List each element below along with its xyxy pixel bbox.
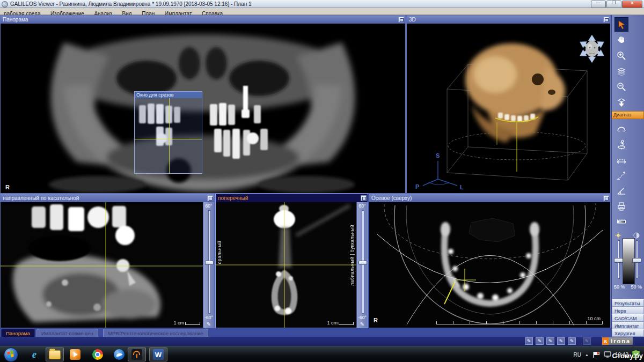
tray-expand-icon[interactable]: ▲	[585, 353, 589, 357]
select-tool-button[interactable]	[614, 17, 628, 32]
section-cadcam[interactable]: CAD/CAM	[612, 314, 644, 322]
panorama-orientation-label: R	[5, 184, 10, 190]
tangential-scale-label: 1 cm	[173, 320, 184, 326]
flag-annotation-button[interactable]: ✎	[536, 337, 544, 345]
panel-transverse-header: поперечный	[216, 194, 368, 202]
transverse-slider-handle[interactable]	[358, 261, 367, 265]
tangential-slider-handle[interactable]	[205, 261, 214, 265]
ruler-path-icon	[616, 170, 627, 181]
tangential-angle-slider[interactable]: 60° -60° ✎	[203, 202, 214, 328]
patient-chair-tool-button[interactable]	[614, 137, 628, 151]
pencil-icon[interactable]: ✎	[357, 321, 368, 327]
axis-left-label: L	[460, 184, 464, 190]
view-tab-bar: Панорама Имплантат-совмещен MPR/Рентгено…	[0, 328, 611, 337]
section-surgery[interactable]: Хирургия	[612, 329, 644, 337]
diagnose-section-header[interactable]: Диагноз	[612, 111, 644, 119]
panorama-image[interactable]: Окно для срезов R	[1, 24, 405, 193]
tab-mpr-radiology[interactable]: MPR/Рентгенологическое исследование	[103, 329, 208, 337]
bottom-strip: ✎ ✎ ✎ ✎ ✎ ✎ s irona	[0, 337, 644, 346]
transverse-left-side-label: оральный	[217, 241, 222, 264]
tab-implant-aligned[interactable]: Имплантат-совмещен	[36, 329, 98, 337]
slice-window-crosshair-h	[135, 139, 202, 139]
panorama-maximize-icon[interactable]	[398, 17, 404, 23]
taskbar-messenger-button[interactable]	[113, 348, 126, 361]
tangential-maximize-icon[interactable]	[207, 195, 213, 201]
contrast-slider[interactable]	[635, 240, 638, 279]
grayscale-calibration-button[interactable]	[614, 215, 628, 229]
media-player-icon	[70, 349, 80, 360]
slice-window-crosshair-v	[169, 98, 170, 173]
minimize-button[interactable]: —	[591, 1, 606, 8]
slice-down-icon	[616, 97, 627, 108]
measure-distance-button[interactable]	[614, 152, 628, 167]
brightness-slider[interactable]	[617, 240, 619, 279]
chrome-icon	[92, 349, 103, 360]
transverse-slice-image[interactable]: оральный лабиальный | буккальный 1 cm	[216, 202, 368, 328]
tab-panorama[interactable]: Панорама	[1, 329, 35, 337]
taskbar-chrome-button[interactable]	[91, 348, 104, 361]
arrow-annotation-button[interactable]: ✎	[568, 337, 576, 345]
zoom-out-button[interactable]	[614, 79, 628, 94]
slice-stack-button[interactable]	[614, 64, 628, 78]
section-implant[interactable]: Имплантат	[612, 322, 644, 329]
axial-orientation-label: R	[374, 317, 378, 323]
measure-path-button[interactable]	[614, 168, 628, 182]
slice-export-button[interactable]	[614, 95, 628, 109]
section-nerve[interactable]: Нерв	[612, 307, 644, 314]
patient-chair-icon	[616, 139, 627, 150]
dental-arch-tool-button[interactable]	[614, 121, 628, 136]
slice-window-overlay[interactable]: Окно для срезов	[134, 91, 202, 174]
transverse-angle-min: -60°	[357, 315, 368, 320]
start-button[interactable]	[4, 348, 18, 362]
network-display-icon[interactable]	[604, 351, 611, 358]
galileos-icon-wrap[interactable]	[130, 348, 143, 361]
ie-icon: e	[32, 349, 36, 360]
panel-axial: Осевое (сверху)	[369, 194, 611, 328]
brightness-slider-handle[interactable]	[614, 258, 623, 263]
contrast-slider-handle[interactable]	[632, 258, 641, 263]
close-button[interactable]: x	[622, 1, 642, 8]
sirona-logo: s irona	[602, 337, 633, 345]
app-icon	[2, 1, 8, 8]
panel-3d: 3D	[406, 15, 611, 194]
transverse-scale-bar	[339, 322, 354, 325]
tangential-angle-max: 60°	[203, 203, 214, 209]
panel-axial-header: Осевое (сверху)	[369, 194, 610, 202]
right-toolbar: Диагноз 50 % 50 % Результаты	[611, 15, 644, 337]
language-indicator[interactable]: RU	[574, 352, 581, 358]
transverse-maximize-icon[interactable]	[361, 195, 367, 201]
word-icon-wrap[interactable]: W	[152, 348, 165, 361]
3d-view[interactable]: S P L	[407, 24, 610, 193]
explorer-icon-wrap[interactable]	[48, 348, 61, 361]
workflow-accordion: Результаты Нерв CAD/CAM Имплантат Хирург…	[612, 299, 644, 337]
report-print-button[interactable]	[614, 199, 628, 213]
window-title: GALILEOS Viewer - Разинкина, Людмила Вла…	[10, 0, 252, 8]
menu-bar: рабочая среда Изображение Анализ Вид Пла…	[0, 8, 644, 15]
section-results[interactable]: Результаты	[612, 299, 644, 307]
axial-scale-label: 10 cm	[587, 316, 601, 321]
label-annotation-button[interactable]: ✎	[557, 337, 565, 345]
dental-arch-icon	[616, 123, 627, 134]
transverse-scale-label: 1 cm	[327, 320, 338, 326]
cursor-icon	[616, 19, 627, 30]
draw-annotation-button[interactable]: ✎	[525, 337, 533, 345]
transverse-angle-slider[interactable]: 60° -60° ✎	[356, 202, 368, 328]
action-center-flag-icon[interactable]	[592, 351, 600, 358]
brightness-value: 50 %	[614, 284, 625, 290]
axial-maximize-icon[interactable]	[603, 195, 609, 201]
maximize-button[interactable]: ❐	[606, 1, 621, 8]
panorama-xray-graphic	[1, 24, 405, 193]
axial-slice-image[interactable]: R 10 cm	[369, 202, 610, 328]
pan-tool-button[interactable]	[614, 33, 628, 47]
measure-angle-button[interactable]	[614, 183, 628, 198]
taskbar-mediaplayer-button[interactable]	[69, 348, 82, 361]
3d-maximize-icon[interactable]	[603, 17, 609, 23]
zoom-in-button[interactable]	[614, 48, 628, 63]
title-bar: GALILEOS Viewer - Разинкина, Людмила Вла…	[0, 0, 644, 8]
hand-icon	[616, 35, 627, 46]
pencil-icon[interactable]: ✎	[203, 321, 214, 327]
taskbar-ie-button[interactable]: e	[28, 348, 41, 361]
marker-annotation-button[interactable]: ✎	[546, 337, 554, 345]
ruler-icon	[616, 154, 627, 165]
tangential-slice-image[interactable]: 1 cm	[1, 202, 214, 328]
